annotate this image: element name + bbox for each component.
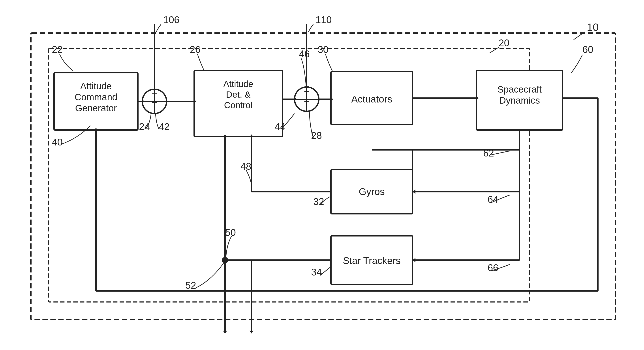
svg-text:Control: Control <box>224 100 252 110</box>
svg-text:32: 32 <box>313 196 324 207</box>
svg-marker-72 <box>223 331 227 334</box>
svg-text:Star Trackers: Star Trackers <box>343 255 401 266</box>
svg-text:Attitude: Attitude <box>223 79 253 89</box>
svg-text:50: 50 <box>225 227 236 238</box>
svg-text:60: 60 <box>582 44 593 55</box>
svg-text:Command: Command <box>74 92 117 102</box>
diagram-container: 10 20 22 26 30 60 Attitude Command Gener… <box>13 11 631 337</box>
svg-text:24: 24 <box>139 121 150 132</box>
svg-text:Attitude: Attitude <box>80 81 112 91</box>
svg-text:66: 66 <box>488 262 498 273</box>
svg-text:42: 42 <box>159 121 170 132</box>
svg-text:110: 110 <box>316 14 332 25</box>
svg-text:Gyros: Gyros <box>359 186 384 197</box>
svg-text:Generator: Generator <box>75 103 117 113</box>
svg-text:Det. &: Det. & <box>226 90 250 99</box>
svg-marker-73 <box>249 331 254 334</box>
svg-text:62: 62 <box>483 148 494 158</box>
svg-text:52: 52 <box>185 280 196 291</box>
svg-text:Spacecraft: Spacecraft <box>498 84 542 94</box>
svg-text:30: 30 <box>318 44 328 55</box>
svg-text:10: 10 <box>587 21 598 33</box>
svg-text:34: 34 <box>311 267 322 278</box>
svg-text:Actuators: Actuators <box>351 94 392 104</box>
svg-text:22: 22 <box>52 44 63 55</box>
svg-text:26: 26 <box>190 44 200 55</box>
svg-text:Dynamics: Dynamics <box>499 95 540 106</box>
svg-text:40: 40 <box>52 137 63 147</box>
svg-text:20: 20 <box>498 37 510 48</box>
svg-text:46: 46 <box>299 48 310 59</box>
svg-text:64: 64 <box>488 194 498 205</box>
svg-text:106: 106 <box>163 14 179 25</box>
